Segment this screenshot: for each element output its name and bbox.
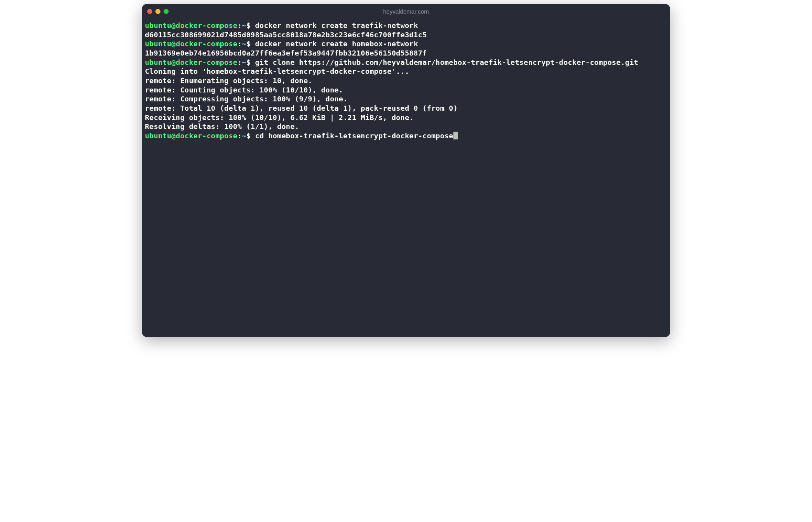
prompt-path: ~ xyxy=(242,132,246,140)
terminal-body[interactable]: ubuntu@docker-compose:~$ docker network … xyxy=(142,19,670,337)
prompt-colon: : xyxy=(237,58,242,66)
terminal-line: remote: Compressing objects: 100% (9/9),… xyxy=(145,94,667,104)
terminal-line: ubuntu@docker-compose:~$ cd homebox-trae… xyxy=(145,131,667,141)
terminal-line: 1b91369e0eb74e16956bcd0a27ff6ea3efef53a9… xyxy=(145,49,667,58)
prompt-host: docker-compose xyxy=(176,132,237,140)
prompt-at: @ xyxy=(171,21,176,30)
window-title: heyvaldemar.com xyxy=(383,8,429,15)
output-text: Cloning into 'homebox-traefik-letsencryp… xyxy=(145,67,409,75)
prompt-colon: : xyxy=(237,21,242,30)
output-text: remote: Enumerating objects: 10, done. xyxy=(145,77,312,85)
output-text: remote: Counting objects: 100% (10/10), … xyxy=(145,86,343,94)
terminal-line: remote: Enumerating objects: 10, done. xyxy=(145,76,667,85)
traffic-lights xyxy=(147,9,169,14)
output-text: d60115cc308699021d7485d0985aa5cc8018a78e… xyxy=(145,31,427,39)
title-bar: heyvaldemar.com xyxy=(142,4,670,19)
maximize-icon[interactable] xyxy=(164,9,169,14)
prompt-colon: : xyxy=(237,40,242,48)
terminal-line: ubuntu@docker-compose:~$ docker network … xyxy=(145,39,667,49)
command-text: docker network create homebox-network xyxy=(255,40,418,48)
prompt-path: ~ xyxy=(242,40,246,48)
prompt-user: ubuntu xyxy=(145,132,171,140)
terminal-line: d60115cc308699021d7485d0985aa5cc8018a78e… xyxy=(145,30,667,40)
prompt-dollar: $ xyxy=(246,21,255,30)
prompt-user: ubuntu xyxy=(145,58,171,66)
output-text: 1b91369e0eb74e16956bcd0a27ff6ea3efef53a9… xyxy=(145,49,427,57)
prompt-dollar: $ xyxy=(246,40,255,48)
terminal-line: ubuntu@docker-compose:~$ docker network … xyxy=(145,21,667,30)
minimize-icon[interactable] xyxy=(155,9,160,14)
close-icon[interactable] xyxy=(147,9,152,14)
command-text: docker network create traefik-network xyxy=(255,21,418,30)
prompt-user: ubuntu xyxy=(145,21,171,30)
terminal-line: Resolving deltas: 100% (1/1), done. xyxy=(145,122,667,131)
prompt-at: @ xyxy=(171,132,176,140)
prompt-host: docker-compose xyxy=(176,40,237,48)
output-text: remote: Total 10 (delta 1), reused 10 (d… xyxy=(145,104,458,112)
terminal-line: remote: Total 10 (delta 1), reused 10 (d… xyxy=(145,104,667,113)
prompt-path: ~ xyxy=(242,58,246,66)
prompt-at: @ xyxy=(171,40,176,48)
prompt-user: ubuntu xyxy=(145,40,171,48)
prompt-host: docker-compose xyxy=(176,58,237,66)
prompt-at: @ xyxy=(171,58,176,66)
prompt-dollar: $ xyxy=(246,132,255,140)
terminal-line: Receiving objects: 100% (10/10), 6.62 Ki… xyxy=(145,113,667,122)
prompt-host: docker-compose xyxy=(176,21,237,30)
cursor-icon xyxy=(453,132,458,139)
prompt-path: ~ xyxy=(242,21,246,30)
terminal-line: ubuntu@docker-compose:~$ git clone https… xyxy=(145,58,667,67)
output-text: Receiving objects: 100% (10/10), 6.62 Ki… xyxy=(145,113,414,122)
output-text: Resolving deltas: 100% (1/1), done. xyxy=(145,122,299,130)
terminal-line: Cloning into 'homebox-traefik-letsencryp… xyxy=(145,67,667,76)
prompt-dollar: $ xyxy=(246,58,255,66)
terminal-window: heyvaldemar.com ubuntu@docker-compose:~$… xyxy=(142,4,670,337)
command-text: cd homebox-traefik-letsencrypt-docker-co… xyxy=(255,132,453,140)
command-text: git clone https://github.com/heyvaldemar… xyxy=(255,58,638,66)
prompt-colon: : xyxy=(237,132,242,140)
terminal-line: remote: Counting objects: 100% (10/10), … xyxy=(145,85,667,95)
output-text: remote: Compressing objects: 100% (9/9),… xyxy=(145,95,348,103)
